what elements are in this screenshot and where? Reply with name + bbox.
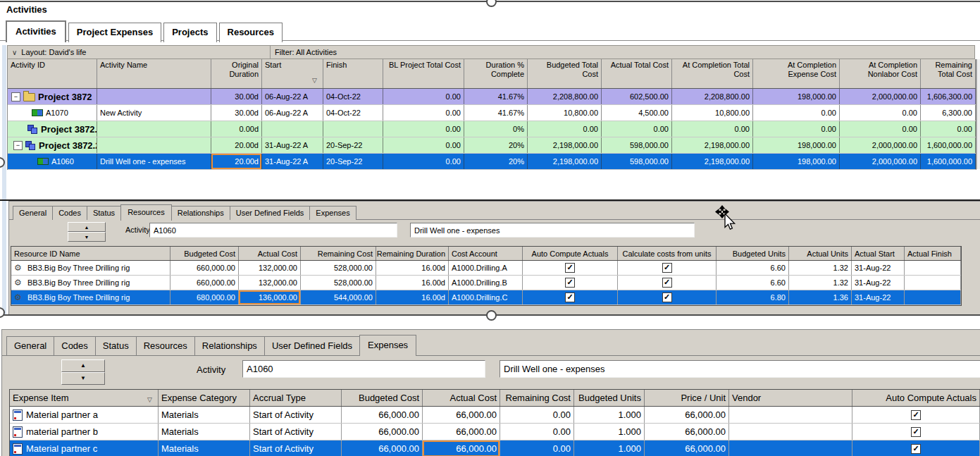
cell-actual-cost[interactable]: 598,000.00 (602, 154, 672, 169)
cell-auto-compute[interactable]: ✓ (852, 424, 980, 440)
column-header-actual-units[interactable]: Actual Units (789, 247, 852, 260)
tab-projects[interactable]: Projects (163, 23, 216, 42)
cell-resource-name[interactable]: ⚙BB3.Big Boy Three Drilling rig (11, 290, 170, 304)
cell-auto-compute[interactable]: ✓ (852, 440, 980, 456)
cell-resource-name[interactable]: ⚙BB3.Big Boy Three Drilling rig (11, 276, 170, 290)
cell-remaining-cost[interactable]: 1,600,000.00 (921, 137, 976, 153)
cell-budgeted-units[interactable]: 6.60 (717, 276, 789, 290)
column-header-finish[interactable]: Finish (323, 59, 383, 88)
cell-remaining-cost[interactable]: 1,606,300.00 (921, 89, 976, 104)
calc-costs-checkbox[interactable]: ✓ (662, 278, 672, 288)
column-header-original-duration[interactable]: Original Duration (211, 59, 262, 88)
column-header-at-completion-expense-cost[interactable]: At Completion Expense Cost (753, 59, 840, 88)
calc-costs-checkbox[interactable]: ✓ (662, 292, 672, 302)
cell-remaining-cost[interactable]: 0.00 (921, 121, 976, 137)
column-header-calc-costs-from-units[interactable]: Calculate costs from units (618, 247, 717, 260)
cell-actual-cost-focused[interactable]: 136,000.00 (239, 290, 301, 304)
cell-ac-expense-cost[interactable]: 198,000.00 (753, 89, 840, 104)
column-header-duration-pct[interactable]: Duration % Complete (464, 59, 528, 88)
cell-budgeted-cost[interactable]: 10,800.00 (528, 105, 602, 121)
cell-actual-units[interactable]: 1.32 (789, 276, 852, 290)
cell-cost-account[interactable]: A1000.Drilling.B (449, 276, 523, 290)
cell-budgeted-cost[interactable]: 2,198,000.00 (528, 154, 602, 169)
cell-finish[interactable]: 04-Oct-22 (323, 89, 383, 104)
cell-original-duration[interactable]: 30.00d (211, 89, 262, 104)
cell-original-duration[interactable]: 30.00d (211, 105, 262, 121)
filter-selector[interactable]: Filter: All Activities (271, 46, 974, 58)
cell-activity-name[interactable] (97, 137, 211, 153)
previous-activity-button[interactable]: ▲ (61, 359, 105, 372)
cell-ac-nonlabor-cost[interactable]: 2,000,000.00 (840, 89, 921, 104)
cell-duration-pct[interactable]: 0% (464, 121, 528, 137)
cell-actual-start[interactable]: 31-Aug-22 (852, 261, 905, 275)
cell-ac-expense-cost[interactable]: 198,000.00 (753, 137, 840, 153)
cell-finish[interactable] (323, 121, 383, 137)
activity-id-field[interactable]: A1060 (149, 223, 397, 238)
cell-vendor[interactable] (729, 424, 852, 440)
column-header-budgeted-units[interactable]: Budgeted Units (574, 390, 645, 406)
activity-name-field[interactable]: Drill Well one - expenses (410, 223, 695, 238)
wbs-row[interactable]: Project 3872.1 0.00d 0.00 0% 0.00 0.00 0… (8, 121, 976, 137)
column-header-accrual-type[interactable]: Accrual Type (250, 390, 342, 406)
cell-actual-units[interactable]: 1.36 (789, 290, 852, 304)
cell-actual-cost[interactable]: 132,000.00 (239, 276, 301, 290)
cell-calc-from-units[interactable]: ✓ (618, 276, 717, 290)
crop-handle[interactable] (486, 0, 497, 7)
next-activity-button[interactable]: ▼ (68, 232, 106, 242)
cell-price-unit[interactable]: 66,000.00 (645, 407, 729, 423)
column-header-resource-id-name[interactable]: Resource ID Name (11, 247, 170, 260)
auto-compute-checkbox[interactable]: ✓ (911, 427, 921, 437)
cell-activity-name[interactable]: Drill Well one - expenses (97, 154, 211, 169)
cell-bl-cost[interactable]: 0.00 (383, 154, 464, 169)
cell-remaining-cost[interactable]: 6,300.00 (921, 105, 976, 121)
cell-budgeted-units[interactable]: 1.000 (574, 407, 645, 423)
cell-accrual-type[interactable]: Start of Activity (250, 407, 342, 423)
cell-finish[interactable]: 20-Sep-22 (323, 154, 383, 169)
column-header-budgeted-cost[interactable]: Budgeted Cost (342, 390, 423, 406)
cell-actual-finish[interactable] (905, 261, 961, 275)
cell-budgeted-cost[interactable]: 660,000.00 (170, 276, 239, 290)
cell-actual-cost[interactable]: 66,000.00 (423, 407, 500, 423)
cell-cost-account[interactable]: A1000.Drilling.C (449, 290, 523, 304)
tab-user-defined-fields[interactable]: User Defined Fields (264, 336, 360, 355)
auto-compute-checkbox[interactable]: ✓ (911, 410, 921, 420)
crop-handle[interactable] (486, 310, 497, 321)
cell-bl-cost[interactable]: 0.00 (383, 89, 464, 104)
column-header-bl-project-total-cost[interactable]: BL Project Total Cost (383, 59, 464, 88)
cell-activity-id[interactable]: A1060 (8, 154, 97, 169)
cell-budgeted-units[interactable]: 6.60 (717, 261, 789, 275)
cell-start[interactable]: 31-Aug-22 A (262, 137, 323, 153)
cell-expense-item[interactable]: material partner b (10, 424, 159, 440)
auto-compute-checkbox[interactable]: ✓ (565, 278, 575, 288)
column-header-cost-account[interactable]: Cost Account (449, 247, 523, 260)
cell-at-completion-cost[interactable]: 0.00 (672, 121, 753, 137)
cell-at-completion-cost[interactable]: 10,800.00 (672, 105, 753, 121)
cell-actual-cost[interactable]: 132,000.00 (239, 261, 301, 275)
cell-resource-name[interactable]: ⚙BB3.Big Boy Three Drilling rig (11, 261, 170, 275)
column-header-expense-category[interactable]: Expense Category (159, 390, 250, 406)
cell-start[interactable]: 31-Aug-22 A (262, 154, 323, 169)
cell-accrual-type[interactable]: Start of Activity (250, 440, 342, 456)
cell-ac-nonlabor-cost[interactable]: 0.00 (840, 105, 921, 121)
cell-start[interactable]: 06-Aug-22 A (262, 105, 323, 121)
column-header-auto-compute-actuals[interactable]: Auto Compute Actuals (852, 390, 980, 406)
column-header-remaining-cost[interactable]: Remaining Cost (301, 247, 376, 260)
cell-calc-from-units[interactable]: ✓ (618, 261, 717, 275)
column-header-price-unit[interactable]: Price / Unit (645, 390, 729, 406)
cell-bl-cost[interactable]: 0.00 (383, 121, 464, 137)
calc-costs-checkbox[interactable]: ✓ (662, 263, 672, 273)
cell-at-completion-cost[interactable]: 2,208,800.00 (672, 89, 753, 104)
tab-general[interactable]: General (13, 206, 53, 220)
cell-auto-compute[interactable]: ✓ (523, 261, 618, 275)
tab-codes[interactable]: Codes (52, 206, 87, 220)
column-header-at-completion-total-cost[interactable]: At Completion Total Cost (672, 59, 753, 88)
cell-duration-pct[interactable]: 20% (464, 137, 528, 153)
cell-remaining-cost[interactable]: 0.00 (500, 407, 574, 423)
cell-vendor[interactable] (729, 407, 852, 423)
tab-general[interactable]: General (6, 336, 54, 355)
chevron-down-icon[interactable]: ∨ (12, 49, 17, 56)
tab-user-defined-fields[interactable]: User Defined Fields (230, 206, 311, 220)
column-header-actual-cost[interactable]: Actual Cost (423, 390, 500, 406)
cell-finish[interactable]: 20-Sep-22 (323, 137, 383, 153)
cell-actual-cost-focused[interactable]: 66,000.00 (423, 440, 500, 456)
